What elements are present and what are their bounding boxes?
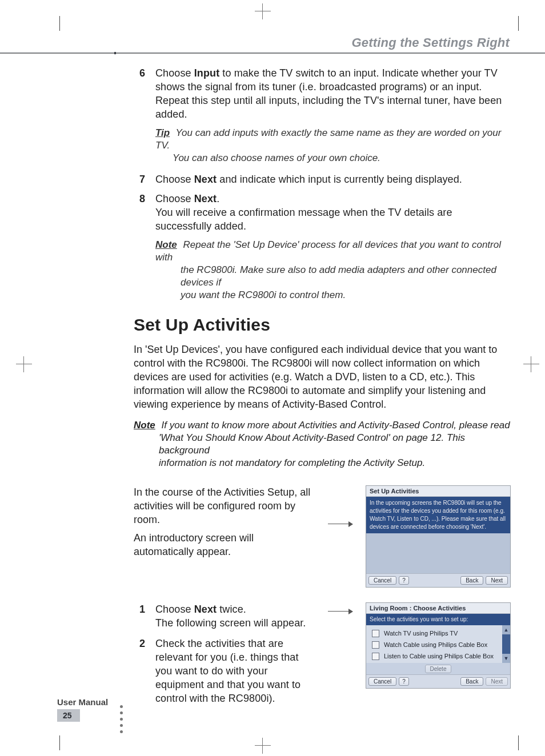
step-number: 6 — [134, 66, 145, 121]
checkbox-icon[interactable] — [372, 653, 379, 660]
bold: Input — [194, 67, 219, 79]
activity-row[interactable]: Watch Cable using Philips Cable Box — [366, 639, 502, 650]
activity-row[interactable]: Watch TV using Philips TV — [366, 628, 502, 639]
next-button[interactable]: Next — [486, 576, 508, 585]
checkbox-icon[interactable] — [372, 630, 379, 637]
tip-label: Tip — [155, 127, 170, 139]
activity-label: Watch TV using Philips TV — [384, 629, 458, 637]
note-text: 'What You Should Know About Activity-Bas… — [159, 432, 511, 457]
footer: User Manual 25 — [57, 697, 108, 722]
step-text: Check the activities that are relevant f… — [155, 637, 316, 705]
step-text: Choose Input to make the TV switch to an… — [155, 66, 511, 121]
device-screenshot-setup-activities: Set Up Activities In the upcoming screen… — [366, 485, 511, 588]
step-7: 7 Choose Next and indicate which input i… — [134, 172, 511, 186]
trim-mark — [59, 16, 60, 31]
cancel-button[interactable]: Cancel — [368, 576, 396, 585]
bold: Next — [194, 604, 217, 615]
step-text: Choose Next. You will receive a confirma… — [155, 192, 511, 233]
arrow-right-icon — [328, 521, 354, 528]
step-2: 2 Check the activities that are relevant… — [134, 637, 316, 705]
step-6: 6 Choose Input to make the TV switch to … — [134, 66, 511, 121]
scroll-down-button[interactable]: ▼ — [502, 654, 510, 663]
delete-button[interactable]: Delete — [425, 665, 452, 673]
step-number: 8 — [134, 192, 145, 233]
note-text: Repeat the 'Set Up Device' process for a… — [155, 239, 501, 263]
activity-label: Listen to Cable using Philips Cable Box — [384, 652, 494, 660]
tip-text: You can also choose names of your own ch… — [173, 152, 511, 164]
next-button[interactable]: Next — [486, 677, 508, 686]
tip-text: You can add inputs with exactly the same… — [155, 127, 501, 151]
note-text: the RC9800i. Make sure also to add media… — [181, 264, 511, 289]
text: and indicate which input is currently be… — [217, 174, 462, 185]
device-subheader: Select the activities you want to set up… — [366, 614, 510, 625]
running-header: Getting the Settings Right — [0, 35, 511, 50]
tip-block: Tip You can add inputs with exactly the … — [155, 127, 511, 164]
crop-mark-left — [16, 356, 32, 372]
paragraph: An introductory screen will automaticall… — [134, 531, 316, 558]
row-choose-activities: 1 Choose Next twice. The following scree… — [134, 602, 511, 712]
note-text: information is not mandatory for complet… — [159, 457, 511, 469]
text: Choose — [155, 67, 194, 79]
note-text: you want the RC9800i to control them. — [181, 289, 511, 301]
row-intro-screen: In the course of the Activities Setup, a… — [134, 485, 511, 588]
note-block: Note If you want to know more about Acti… — [134, 419, 511, 469]
arrow-right-icon — [328, 608, 354, 615]
help-button[interactable]: ? — [399, 576, 409, 585]
step-number: 7 — [134, 172, 145, 186]
bold: Next — [194, 193, 217, 204]
note-label: Note — [155, 239, 177, 251]
crop-mark-bottom — [255, 738, 271, 754]
step-1: 1 Choose Next twice. The following scree… — [134, 602, 316, 630]
device-titlebar: Set Up Activities — [366, 486, 510, 497]
note-block: Note Repeat the 'Set Up Device' process … — [155, 239, 511, 301]
step-text: Choose Next twice. The following screen … — [155, 602, 316, 630]
note-text: If you want to know more about Activitie… — [162, 420, 510, 431]
page-number: 25 — [57, 709, 80, 722]
scrollbar[interactable]: ▲ ▼ — [502, 625, 510, 663]
back-button[interactable]: Back — [460, 576, 483, 585]
step-number: 2 — [134, 637, 145, 705]
text: Choose — [155, 604, 194, 615]
activity-label: Watch Cable using Philips Cable Box — [384, 641, 487, 649]
cancel-button[interactable]: Cancel — [368, 677, 396, 686]
text: twice. — [217, 604, 246, 615]
text: Choose — [155, 174, 194, 185]
scroll-thumb[interactable] — [502, 634, 510, 654]
paragraph: In the course of the Activities Setup, a… — [134, 485, 316, 526]
text: Choose — [155, 193, 194, 204]
section-heading: Set Up Activities — [134, 315, 511, 335]
header-rule — [0, 53, 545, 54]
text: . — [217, 193, 219, 204]
step-8: 8 Choose Next. You will receive a confir… — [134, 192, 511, 233]
footer-dots — [120, 705, 123, 733]
text: You will receive a confirmation message … — [155, 207, 452, 232]
crop-mark-right — [523, 356, 539, 372]
trim-mark — [518, 735, 519, 750]
back-button[interactable]: Back — [460, 677, 483, 686]
crop-mark-top — [255, 3, 271, 19]
device-screenshot-choose-activities: Living Room : Choose Activities Select t… — [366, 602, 511, 689]
note-label: Note — [134, 419, 155, 432]
section-intro: In 'Set Up Devices', you have configured… — [134, 343, 511, 411]
step-text: Choose Next and indicate which input is … — [155, 172, 511, 186]
activity-row[interactable]: Listen to Cable using Philips Cable Box — [366, 650, 502, 662]
checkbox-icon[interactable] — [372, 641, 379, 649]
scroll-up-button[interactable]: ▲ — [502, 625, 510, 634]
device-message: In the upcoming screens the RC9800i will… — [366, 497, 510, 533]
footer-label: User Manual — [57, 697, 108, 709]
bold: Next — [194, 174, 217, 185]
step-number: 1 — [134, 602, 145, 630]
text: The following screen will appear. — [155, 617, 306, 629]
trim-mark — [518, 16, 519, 31]
device-titlebar: Living Room : Choose Activities — [366, 603, 510, 614]
trim-mark — [59, 735, 60, 750]
help-button[interactable]: ? — [399, 677, 409, 686]
